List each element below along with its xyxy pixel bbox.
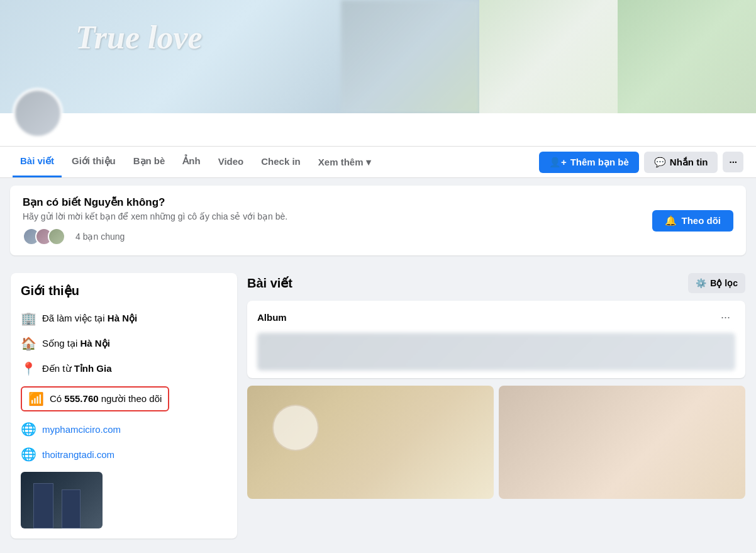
profile-section (0, 113, 756, 147)
follow-button[interactable]: 🔔 Theo dõi (652, 210, 734, 232)
link2-info: 🌐 thoitrangtadi.com (21, 442, 227, 467)
chevron-down-icon: ▾ (366, 157, 371, 168)
nav-item-ban-be[interactable]: Bạn bè (126, 147, 173, 177)
followers-highlight: 📶 Có 555.760 người theo dõi (21, 386, 169, 411)
food-photos (247, 386, 745, 499)
nav-item-check-in[interactable]: Check in (253, 147, 308, 177)
work-icon: 🏢 (21, 311, 36, 326)
friend-suggestion-banner: Bạn có biết Nguyễn không? Hãy gửi lời mờ… (10, 186, 746, 255)
avatar (13, 88, 63, 138)
main-content: Giới thiệu 🏢 Đã làm việc tại Hà Nội 🏠 Số… (1, 263, 755, 553)
mutual-count: 4 bạn chung (75, 232, 125, 242)
globe-icon-1: 🌐 (21, 422, 36, 437)
cover-photo-flowers (479, 0, 618, 113)
nav-right-buttons: 👤+ Thêm bạn bè 💬 Nhắn tin ··· (539, 152, 743, 173)
cover-photo-green (618, 0, 756, 113)
nav-item-bai-viet[interactable]: Bài viết (13, 147, 62, 177)
nav-item-gioi-thieu[interactable]: Giới thiệu (64, 147, 123, 177)
cover-photo-center (341, 0, 479, 113)
nav-item-anh[interactable]: Ảnh (175, 147, 208, 177)
link1-info: 🌐 myphamciciro.com (21, 416, 227, 442)
intro-card: Giới thiệu 🏢 Đã làm việc tại Hà Nội 🏠 Số… (11, 273, 237, 539)
more-button[interactable]: ··· (723, 152, 743, 172)
live-info: 🏠 Sống tại Hà Nội (21, 331, 227, 356)
building-thumbnail (21, 472, 103, 528)
link1[interactable]: myphamciciro.com (42, 424, 121, 435)
message-icon: 💬 (654, 157, 666, 168)
globe-icon-2: 🌐 (21, 447, 36, 462)
followers-info: 📶 Có 555.760 người theo dõi (21, 381, 227, 416)
right-column: Bài viết ⚙️ Bộ lọc Album ··· (247, 273, 745, 549)
cover-text: True love (75, 19, 203, 56)
left-column: Giới thiệu 🏢 Đã làm việc tại Hà Nội 🏠 Số… (11, 273, 237, 549)
posts-title: Bài viết (247, 276, 292, 291)
album-blur-preview (257, 333, 735, 371)
add-friend-icon: 👤+ (549, 157, 567, 168)
mutual-avatar-3 (48, 228, 65, 245)
album-title: Album (257, 312, 287, 323)
album-header: Album ··· (257, 308, 735, 327)
link2[interactable]: thoitrangtadi.com (42, 449, 114, 460)
mutual-avatars (23, 228, 60, 245)
nav-item-xem-them[interactable]: Xem thêm ▾ (311, 148, 379, 177)
add-friend-button[interactable]: 👤+ Thêm bạn bè (539, 152, 639, 173)
cover-photos (341, 0, 756, 113)
nav-item-video[interactable]: Video (211, 147, 252, 177)
avatar-area (13, 88, 63, 138)
friend-suggestion-title: Bạn có biết Nguyễn không? (23, 196, 287, 209)
nav-bar: Bài viết Giới thiệu Bạn bè Ảnh Video Che… (0, 147, 756, 178)
friend-suggestion-left: Bạn có biết Nguyễn không? Hãy gửi lời mờ… (23, 196, 287, 245)
work-info: 🏢 Đã làm việc tại Hà Nội (21, 306, 227, 331)
filter-button[interactable]: ⚙️ Bộ lọc (688, 273, 745, 293)
album-card: Album ··· (247, 301, 745, 378)
from-info: 📍 Đến từ Tỉnh Gia (21, 356, 227, 381)
followers-icon: 📶 (28, 391, 43, 406)
location-icon: 📍 (21, 361, 36, 376)
friend-suggestion-desc: Hãy gửi lời mời kết bạn để xem những gì … (23, 211, 287, 221)
filter-icon: ⚙️ (696, 278, 706, 288)
message-button[interactable]: 💬 Nhắn tin (644, 152, 718, 173)
cover-photo: True love (0, 0, 756, 113)
mutual-friends: 4 bạn chung (23, 228, 287, 245)
follow-icon: 🔔 (665, 215, 677, 226)
intro-title: Giới thiệu (21, 283, 227, 298)
album-more-button[interactable]: ··· (716, 308, 735, 327)
posts-header: Bài viết ⚙️ Bộ lọc (247, 273, 745, 293)
food-photo-2[interactable] (499, 386, 745, 499)
home-icon: 🏠 (21, 336, 36, 351)
food-photo-1[interactable] (247, 386, 494, 499)
